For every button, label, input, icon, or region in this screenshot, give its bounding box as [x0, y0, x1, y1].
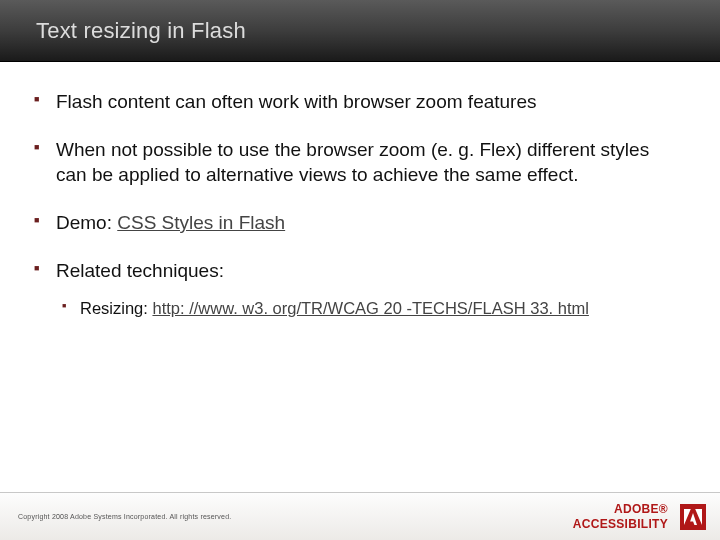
bullet-list: Flash content can often work with browse…: [56, 90, 680, 319]
bullet-item: Demo: CSS Styles in Flash: [56, 211, 680, 235]
slide-footer: Copyright 2008 Adobe Systems Incorporate…: [0, 492, 720, 540]
sub-bullet-list: Resizing: http: //www. w3. org/TR/WCAG 2…: [80, 298, 680, 319]
adobe-logo-icon: [680, 504, 706, 530]
brand-text: ADOBE® ACCESSIBILITY: [573, 502, 668, 532]
slide-body: Flash content can often work with browse…: [0, 62, 720, 492]
bullet-prefix: Demo:: [56, 212, 117, 233]
slide: Text resizing in Flash Flash content can…: [0, 0, 720, 540]
slide-header: Text resizing in Flash: [0, 0, 720, 62]
technique-link[interactable]: http: //www. w3. org/TR/WCAG 20 -TECHS/F…: [152, 299, 588, 317]
bullet-text: Related techniques:: [56, 260, 224, 281]
brand-line2: ACCESSIBILITY: [573, 517, 668, 532]
slide-title: Text resizing in Flash: [36, 18, 246, 44]
sub-bullet-prefix: Resizing:: [80, 299, 152, 317]
demo-link[interactable]: CSS Styles in Flash: [117, 212, 285, 233]
bullet-text: When not possible to use the browser zoo…: [56, 139, 649, 184]
brand-line1: ADOBE®: [573, 502, 668, 517]
bullet-item: Flash content can often work with browse…: [56, 90, 680, 114]
bullet-text: Flash content can often work with browse…: [56, 91, 537, 112]
bullet-item: Related techniques: Resizing: http: //ww…: [56, 259, 680, 319]
copyright-text: Copyright 2008 Adobe Systems Incorporate…: [18, 513, 231, 520]
brand-block: ADOBE® ACCESSIBILITY: [573, 502, 706, 532]
sub-bullet-item: Resizing: http: //www. w3. org/TR/WCAG 2…: [80, 298, 680, 319]
bullet-item: When not possible to use the browser zoo…: [56, 138, 680, 187]
